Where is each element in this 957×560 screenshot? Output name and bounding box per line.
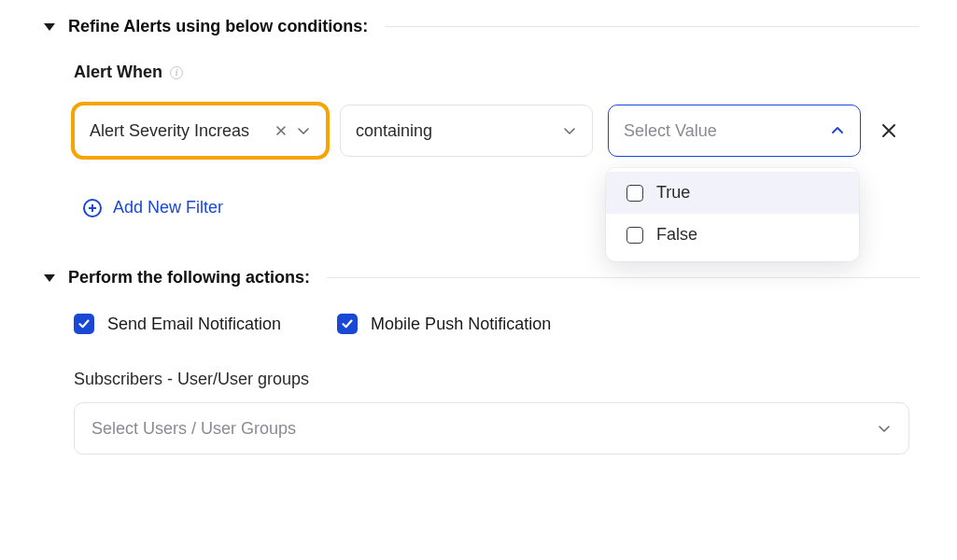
checkbox-icon <box>626 185 643 202</box>
add-new-filter-button[interactable]: Add New Filter <box>83 198 223 217</box>
info-icon[interactable]: i <box>170 66 183 79</box>
rule <box>327 277 920 278</box>
subscribers-label: Subscribers - User/User groups <box>74 370 920 389</box>
option-label: False <box>656 225 697 245</box>
option-true[interactable]: True <box>606 172 859 214</box>
chevron-down-icon <box>562 123 577 138</box>
subscribers-select[interactable]: Select Users / User Groups <box>74 402 909 455</box>
perform-section-title: Perform the following actions: <box>68 268 310 287</box>
chevron-down-icon <box>296 123 311 138</box>
collapse-triangle-icon <box>44 23 55 31</box>
value-dropdown-panel: True False <box>606 168 859 261</box>
chevron-down-icon <box>877 421 892 436</box>
refine-section-header[interactable]: Refine Alerts using below conditions: <box>44 17 920 36</box>
option-label: True <box>656 183 690 203</box>
add-filter-label: Add New Filter <box>113 198 223 217</box>
operator-select-value: containing <box>356 121 562 141</box>
email-notification-label: Send Email Notification <box>107 315 281 334</box>
email-notification-checkbox[interactable]: Send Email Notification <box>74 314 281 334</box>
push-notification-label: Mobile Push Notification <box>371 315 551 334</box>
collapse-triangle-icon <box>44 274 55 282</box>
actions-checkbox-row: Send Email Notification Mobile Push Noti… <box>74 314 920 334</box>
value-select[interactable]: Select Value <box>608 105 861 157</box>
alert-when-label: Alert When i <box>74 63 183 82</box>
perform-section-header[interactable]: Perform the following actions: <box>44 268 920 287</box>
subscribers-placeholder: Select Users / User Groups <box>91 419 877 439</box>
checkbox-icon <box>626 227 643 244</box>
option-false[interactable]: False <box>606 214 859 256</box>
field-select-value: Alert Severity Increas <box>90 121 270 141</box>
field-select[interactable]: Alert Severity Increas <box>74 105 327 157</box>
refine-section-title: Refine Alerts using below conditions: <box>68 17 368 36</box>
clear-icon[interactable] <box>275 125 287 136</box>
rule <box>385 26 920 27</box>
push-notification-checkbox[interactable]: Mobile Push Notification <box>337 314 551 334</box>
operator-select[interactable]: containing <box>340 105 593 157</box>
alert-when-text: Alert When <box>74 63 162 82</box>
filter-row: Alert Severity Increas containing Select… <box>74 105 920 157</box>
checkbox-checked-icon <box>74 314 94 334</box>
plus-circle-icon <box>83 199 102 217</box>
chevron-up-icon <box>830 123 845 138</box>
remove-filter-icon[interactable] <box>880 121 898 140</box>
value-select-placeholder: Select Value <box>624 121 830 141</box>
checkbox-checked-icon <box>337 314 358 334</box>
